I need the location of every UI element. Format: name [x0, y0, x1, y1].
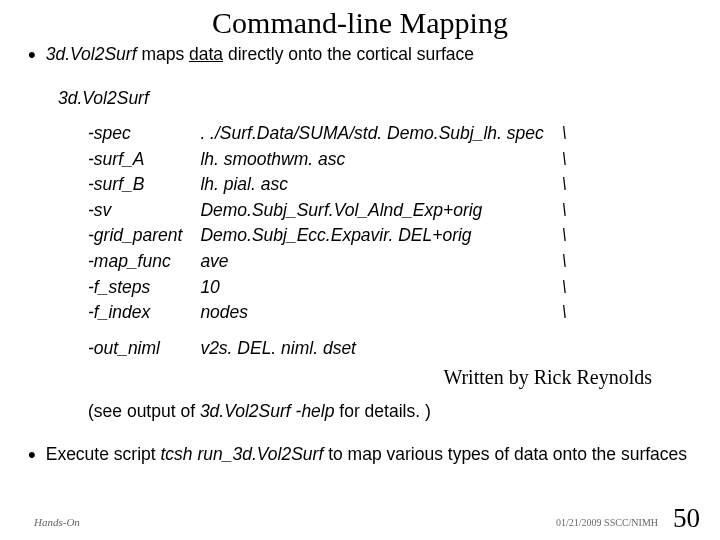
page-number: 50 — [673, 503, 700, 534]
command-name: 3d.Vol2Surf — [58, 88, 692, 109]
arg-flag: -f_index — [88, 300, 200, 326]
arg-row: -f_index nodes \ — [88, 300, 567, 326]
arg-value: lh. smoothwm. asc — [200, 147, 561, 173]
arg-continuation — [562, 336, 567, 362]
see-output-prog: 3d.Vol2Surf -help — [200, 401, 335, 421]
attribution: Written by Rick Reynolds — [28, 366, 652, 389]
bullet-dot-icon: • — [28, 46, 36, 64]
arg-row: -grid_parent Demo.Subj_Ecc.Expavir. DEL+… — [88, 223, 567, 249]
arg-row: -sv Demo.Subj_Surf.Vol_Alnd_Exp+orig \ — [88, 198, 567, 224]
arg-continuation: \ — [562, 300, 567, 326]
bullet-dot-icon: • — [28, 446, 36, 464]
bullet-2: • Execute script tcsh run_3d.Vol2Surf to… — [28, 444, 692, 466]
command-block: -spec . ./Surf.Data/SUMA/std. Demo.Subj_… — [88, 121, 692, 362]
footer-right: 01/21/2009 SSCC/NIMH — [556, 517, 658, 528]
arg-flag: -spec — [88, 121, 200, 147]
program-name: 3d.Vol2Surf — [46, 44, 137, 64]
see-output-pre: (see output of — [88, 401, 200, 421]
bullet-2-pre: Execute script — [46, 444, 161, 464]
bullet-1-underlined: data — [189, 44, 223, 64]
arg-continuation: \ — [562, 147, 567, 173]
footer-left: Hands-On — [34, 516, 80, 528]
see-output-post: for details. ) — [334, 401, 430, 421]
arg-value: v2s. DEL. niml. dset — [200, 336, 561, 362]
arg-value: . ./Surf.Data/SUMA/std. Demo.Subj_lh. sp… — [200, 121, 561, 147]
arg-row: -f_steps 10 \ — [88, 275, 567, 301]
arg-flag: -f_steps — [88, 275, 200, 301]
arg-continuation: \ — [562, 121, 567, 147]
arg-continuation: \ — [562, 275, 567, 301]
footer: Hands-On 01/21/2009 SSCC/NIMH 50 — [0, 504, 720, 534]
arg-continuation: \ — [562, 223, 567, 249]
arg-row: -map_func ave \ — [88, 249, 567, 275]
bullet-1-frag-1: maps — [137, 44, 190, 64]
arg-flag: -grid_parent — [88, 223, 200, 249]
bullet-1-text: 3d.Vol2Surf maps data directly onto the … — [46, 44, 474, 66]
see-output-note: (see output of 3d.Vol2Surf -help for det… — [88, 401, 692, 422]
arg-row-out: -out_niml v2s. DEL. niml. dset — [88, 336, 567, 362]
spacer-row — [88, 326, 567, 336]
arg-continuation: \ — [562, 198, 567, 224]
arg-flag: -surf_B — [88, 172, 200, 198]
bullet-2-script: tcsh run_3d.Vol2Surf — [160, 444, 323, 464]
arg-value: 10 — [200, 275, 561, 301]
arg-value: ave — [200, 249, 561, 275]
arg-row: -spec . ./Surf.Data/SUMA/std. Demo.Subj_… — [88, 121, 567, 147]
bullet-1: • 3d.Vol2Surf maps data directly onto th… — [28, 44, 692, 66]
slide: Command-line Mapping • 3d.Vol2Surf maps … — [0, 0, 720, 540]
arg-value: nodes — [200, 300, 561, 326]
arg-flag: -out_niml — [88, 336, 200, 362]
arg-flag: -surf_A — [88, 147, 200, 173]
command-args-table: -spec . ./Surf.Data/SUMA/std. Demo.Subj_… — [88, 121, 567, 362]
arg-flag: -sv — [88, 198, 200, 224]
bullet-1-frag-2: directly onto the cortical surface — [223, 44, 474, 64]
arg-row: -surf_A lh. smoothwm. asc \ — [88, 147, 567, 173]
arg-continuation: \ — [562, 249, 567, 275]
arg-flag: -map_func — [88, 249, 200, 275]
slide-title: Command-line Mapping — [28, 6, 692, 40]
arg-row: -surf_B lh. pial. asc \ — [88, 172, 567, 198]
arg-value: lh. pial. asc — [200, 172, 561, 198]
arg-continuation: \ — [562, 172, 567, 198]
bullet-2-post: to map various types of data onto the su… — [323, 444, 687, 464]
arg-value: Demo.Subj_Ecc.Expavir. DEL+orig — [200, 223, 561, 249]
arg-value: Demo.Subj_Surf.Vol_Alnd_Exp+orig — [200, 198, 561, 224]
bullet-2-text: Execute script tcsh run_3d.Vol2Surf to m… — [46, 444, 687, 466]
